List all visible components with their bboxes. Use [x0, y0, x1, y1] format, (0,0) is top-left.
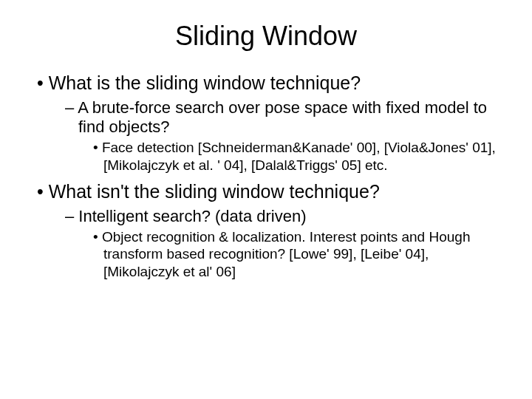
slide: Sliding Window What is the sliding windo…	[0, 0, 532, 303]
bullet-level2: A brute-force search over pose space wit…	[65, 98, 502, 137]
bullet-level2: Intelligent search? (data driven)	[65, 207, 502, 226]
bullet-level1: What isn't the sliding window technique?	[37, 181, 502, 202]
bullet-level3: Face detection [Schneiderman&Kanade' 00]…	[93, 139, 502, 174]
bullet-level3: Object recognition & localization. Inter…	[93, 228, 502, 281]
bullet-level1: What is the sliding window technique?	[37, 72, 502, 94]
slide-title: Sliding Window	[30, 21, 502, 52]
